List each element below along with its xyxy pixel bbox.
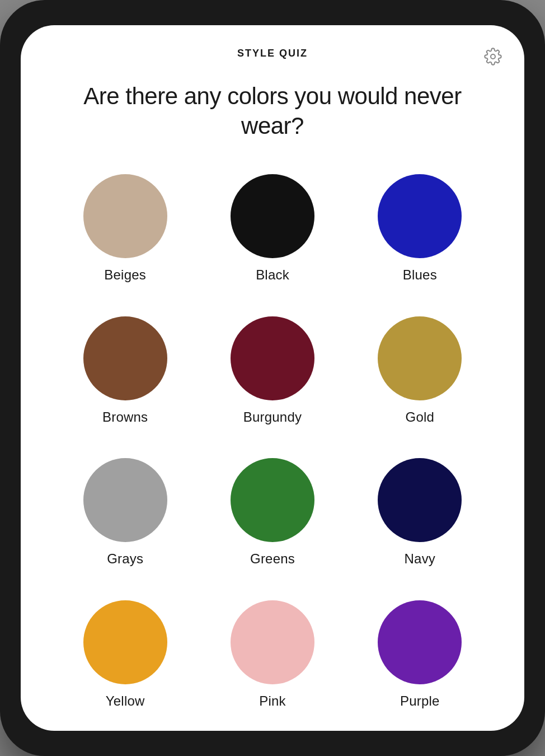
color-circle-pink xyxy=(231,600,314,684)
color-item-navy[interactable]: Navy xyxy=(349,458,491,589)
color-label-grays: Grays xyxy=(107,551,143,567)
color-circle-grays xyxy=(83,458,167,542)
color-label-gold: Gold xyxy=(406,409,435,425)
color-item-black[interactable]: Black xyxy=(201,174,343,305)
color-item-purple[interactable]: Purple xyxy=(349,600,491,731)
color-circle-gold xyxy=(378,316,462,400)
color-item-browns[interactable]: Browns xyxy=(54,316,196,447)
page-title: STYLE QUIZ xyxy=(237,48,308,59)
color-item-blues[interactable]: Blues xyxy=(349,174,491,305)
color-circle-greens xyxy=(231,458,314,542)
color-label-browns: Browns xyxy=(102,409,148,425)
color-item-pink[interactable]: Pink xyxy=(201,600,343,731)
color-label-yellow: Yellow xyxy=(106,693,145,709)
color-circle-purple xyxy=(378,600,462,684)
color-label-blues: Blues xyxy=(403,267,437,283)
svg-point-0 xyxy=(491,54,495,59)
color-circle-navy xyxy=(378,458,462,542)
question-text: Are there any colors you would never wea… xyxy=(54,82,491,141)
color-circle-yellow xyxy=(83,600,167,684)
color-label-navy: Navy xyxy=(405,551,435,567)
color-label-pink: Pink xyxy=(259,693,286,709)
color-item-burgundy[interactable]: Burgundy xyxy=(201,316,343,447)
color-circle-black xyxy=(231,174,314,258)
color-circle-burgundy xyxy=(231,316,314,400)
settings-icon[interactable] xyxy=(484,48,502,68)
color-label-burgundy: Burgundy xyxy=(243,409,302,425)
phone-frame: STYLE QUIZ Are there any colors you woul… xyxy=(0,0,545,756)
color-item-beiges[interactable]: Beiges xyxy=(54,174,196,305)
colors-grid: BeigesBlackBluesBrownsBurgundyGoldGraysG… xyxy=(21,163,524,731)
color-item-grays[interactable]: Grays xyxy=(54,458,196,589)
color-label-beiges: Beiges xyxy=(104,267,146,283)
color-circle-beiges xyxy=(83,174,167,258)
color-circle-browns xyxy=(83,316,167,400)
phone-screen: STYLE QUIZ Are there any colors you woul… xyxy=(21,25,524,731)
header: STYLE QUIZ xyxy=(21,25,524,71)
color-item-gold[interactable]: Gold xyxy=(349,316,491,447)
color-label-purple: Purple xyxy=(400,693,440,709)
color-label-black: Black xyxy=(256,267,289,283)
question-section: Are there any colors you would never wea… xyxy=(21,71,524,163)
color-circle-blues xyxy=(378,174,462,258)
color-item-greens[interactable]: Greens xyxy=(201,458,343,589)
color-item-yellow[interactable]: Yellow xyxy=(54,600,196,731)
color-label-greens: Greens xyxy=(250,551,295,567)
